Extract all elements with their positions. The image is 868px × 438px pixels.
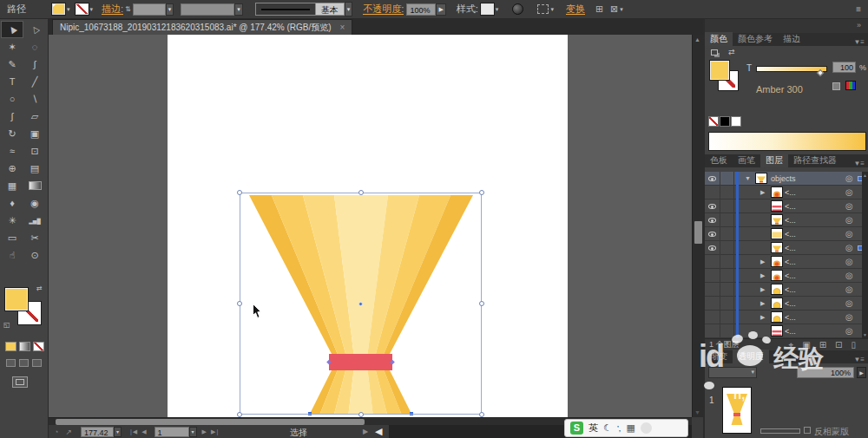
free-transform-tool[interactable]: ⊡ — [23, 142, 46, 160]
curvature-tool[interactable]: ∫ — [23, 56, 46, 73]
layer-visibility-icon[interactable] — [708, 218, 716, 223]
collapse-panels-icon[interactable]: » — [857, 21, 861, 29]
ime-moon-icon[interactable]: ☾ — [603, 422, 612, 434]
tint-slider[interactable] — [756, 66, 827, 72]
mask-link-slider[interactable] — [760, 428, 800, 434]
artboard-dropdown-icon[interactable]: ▾ — [189, 427, 197, 437]
handle-middle-right[interactable] — [479, 301, 484, 306]
tab-brushes[interactable]: 画笔 — [733, 154, 760, 167]
layer-row-0[interactable]: ▼objects◎ — [705, 172, 868, 186]
vertical-scroll-thumb[interactable] — [694, 221, 702, 244]
layer-expand-icon[interactable]: ▶ — [760, 286, 765, 293]
layer-thumbnail[interactable] — [771, 242, 783, 253]
layer-thumbnail[interactable] — [771, 311, 783, 323]
stroke-color-swatch[interactable] — [76, 3, 89, 15]
layer-label[interactable]: <... — [785, 258, 796, 266]
layer-thumbnail[interactable] — [771, 200, 783, 212]
layer-expand-icon[interactable]: ▶ — [760, 272, 765, 279]
pencil-tool[interactable]: ʃ — [1, 108, 23, 125]
layer-row-2[interactable]: <...◎ — [705, 199, 868, 213]
paint-color-button[interactable] — [5, 342, 16, 351]
handle-top-right[interactable] — [479, 190, 484, 195]
layers-scroll-up-icon[interactable]: ▲ — [863, 173, 867, 178]
layer-label[interactable]: <... — [785, 244, 796, 252]
stroke-width-field[interactable] — [133, 3, 166, 16]
layer-label[interactable]: <... — [785, 202, 796, 211]
tint-slider-knob[interactable] — [817, 69, 824, 76]
layer-label[interactable]: <... — [785, 216, 796, 225]
paintbrush-tool[interactable]: ∖ — [23, 90, 46, 108]
scroll-up-icon[interactable]: ▲ — [694, 36, 700, 42]
snap-icon[interactable]: ◔ — [54, 428, 58, 436]
new-sublayer-icon[interactable]: ⊞ — [819, 340, 826, 350]
layer-target-icon[interactable]: ◎ — [845, 201, 853, 211]
layer-thumbnail[interactable] — [771, 228, 783, 239]
ellipse-tool[interactable]: ○ — [1, 90, 23, 108]
column-graph-tool[interactable]: ▂▅█ — [23, 212, 46, 229]
layer-expand-icon[interactable]: ▶ — [760, 314, 765, 321]
profile-dropdown-icon[interactable]: ▾ — [234, 3, 243, 16]
prev-artboard-icon[interactable]: ◀ — [141, 428, 147, 435]
screen-mode-button[interactable] — [12, 376, 28, 388]
ime-punctuation-icon[interactable]: ’, — [617, 424, 621, 433]
shape-builder-tool[interactable]: ⊕ — [1, 160, 23, 177]
layer-thumbnail[interactable] — [771, 297, 783, 309]
direct-selection-tool[interactable]: ▷ — [23, 21, 46, 38]
white-swatch[interactable] — [731, 116, 741, 127]
color-spectrum-bar[interactable] — [708, 132, 866, 151]
ime-toolbar[interactable]: S 英 ☾ ’, ▦ — [564, 419, 688, 437]
width-tool[interactable]: ≈ — [1, 142, 23, 160]
eraser-tool[interactable]: ▱ — [23, 108, 46, 125]
layer-row-7[interactable]: ▶<...◎ — [705, 269, 868, 283]
selection-tool[interactable]: ▶ — [1, 21, 23, 38]
default-fill-stroke-icon[interactable]: ◱ — [3, 321, 10, 329]
tab-transparency[interactable]: 透明度 — [733, 350, 769, 363]
layer-thumbnail[interactable] — [771, 186, 783, 198]
blend-mode-dropdown[interactable] — [708, 367, 757, 378]
line-segment-tool[interactable]: ╱ — [23, 73, 46, 90]
fill-indicator[interactable] — [5, 288, 28, 311]
none-swatch[interactable] — [708, 116, 719, 127]
layer-target-icon[interactable]: ◎ — [845, 284, 853, 294]
layer-target-icon[interactable]: ◎ — [845, 173, 853, 183]
layer-row-4[interactable]: <...◎ — [705, 227, 868, 241]
color-panel-menu-icon[interactable]: ▼≡ — [853, 38, 868, 46]
layer-visibility-icon[interactable] — [708, 232, 716, 237]
ime-keyboard-icon[interactable]: ▦ — [626, 422, 635, 434]
blend-tool[interactable]: ◉ — [23, 194, 46, 212]
align-icon[interactable]: ⊞ — [595, 3, 603, 15]
tab-color-guide[interactable]: 颜色参考 — [733, 32, 778, 46]
layer-label[interactable]: <... — [785, 230, 796, 239]
artboard-tool[interactable]: ▭ — [1, 229, 23, 246]
tab-swatches[interactable]: 色板 — [705, 154, 733, 167]
pen-tool[interactable]: ✎ — [1, 56, 23, 73]
layer-row-9[interactable]: ▶<...◎ — [705, 297, 868, 311]
layer-target-icon[interactable]: ◎ — [845, 229, 853, 239]
zoom-tool[interactable]: ⊙ — [23, 246, 46, 264]
export-icon[interactable]: ↗ — [65, 428, 72, 436]
sogou-logo[interactable]: S — [570, 422, 583, 435]
canvas-pasteboard[interactable] — [49, 35, 692, 417]
stroke-link[interactable]: 描边: — [102, 4, 123, 15]
fill-color-swatch[interactable] — [52, 3, 65, 15]
layer-target-icon[interactable]: ◎ — [845, 326, 853, 336]
layer-label[interactable]: <... — [785, 313, 796, 322]
layer-expand-icon[interactable]: ▶ — [760, 258, 765, 265]
document-tab[interactable]: Nipic_10673188_20190312183620315083.ai* … — [52, 19, 352, 35]
layer-row-3[interactable]: <...◎ — [705, 213, 868, 227]
magic-wand-tool[interactable]: ✶ — [1, 38, 23, 56]
layers-scrollbar[interactable]: ▲ ▼ — [862, 172, 868, 338]
perspective-grid-tool[interactable]: ▤ — [23, 160, 46, 177]
rotate-tool[interactable]: ↻ — [1, 125, 23, 142]
handle-middle-left[interactable] — [237, 301, 242, 306]
style-swatch[interactable] — [481, 3, 494, 15]
brush-stroke-preview[interactable] — [255, 3, 316, 16]
select-similar-icon[interactable] — [537, 4, 549, 14]
gradient-tool[interactable] — [23, 177, 46, 194]
layer-thumbnail[interactable] — [771, 270, 783, 281]
horizontal-scroll-thumb[interactable] — [56, 419, 365, 425]
next-artboard-icon[interactable]: ▶ — [202, 428, 207, 435]
first-artboard-icon[interactable]: |◀ — [130, 428, 138, 435]
layer-expand-icon[interactable]: ▶ — [760, 189, 765, 196]
layer-thumbnail[interactable] — [771, 325, 783, 337]
